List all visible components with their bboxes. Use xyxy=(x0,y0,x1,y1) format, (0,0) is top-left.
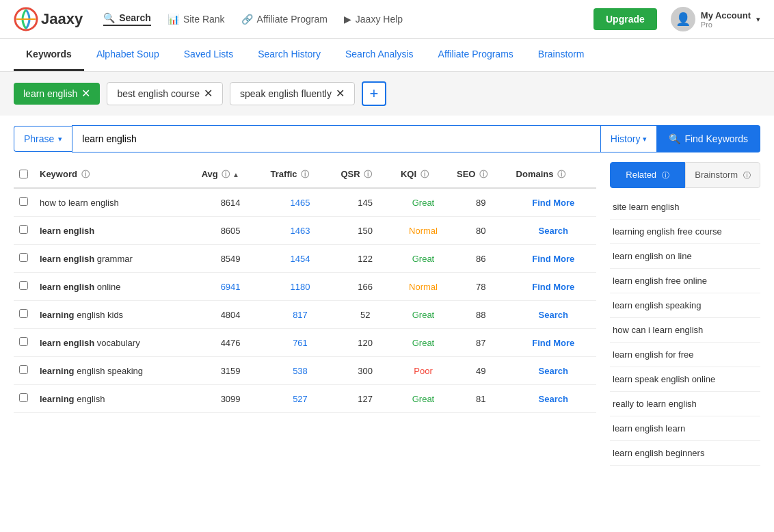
kqi-info-icon[interactable]: ⓘ xyxy=(421,170,429,179)
tab-keywords[interactable]: Keywords xyxy=(14,39,84,71)
related-item-5[interactable]: how can i learn english xyxy=(610,318,760,343)
keyword-bold-4: learning xyxy=(40,310,75,320)
checkbox-0[interactable] xyxy=(19,197,28,206)
related-item-7[interactable]: learn speak english online xyxy=(610,367,760,392)
avg-sort-icon[interactable]: ▲ xyxy=(232,171,239,178)
qsr-info-icon[interactable]: ⓘ xyxy=(364,170,372,179)
tag-close-3[interactable]: ✕ xyxy=(336,88,345,99)
tab-search-analysis[interactable]: Search Analysis xyxy=(333,39,426,71)
domain-link-2[interactable]: Find More xyxy=(532,254,574,264)
search-tags-area: learn english ✕ best english course ✕ sp… xyxy=(0,72,774,116)
related-item-9[interactable]: learn english learn xyxy=(610,416,760,441)
domains-info-icon[interactable]: ⓘ xyxy=(557,170,565,179)
phrase-chevron-icon: ▾ xyxy=(58,135,62,144)
domain-link-1[interactable]: Search xyxy=(539,226,568,236)
domain-link-4[interactable]: Search xyxy=(539,310,568,320)
tab-affiliate-programs[interactable]: Affiliate Programs xyxy=(426,39,526,71)
related-item-10[interactable]: learn english beginners xyxy=(610,441,760,466)
cell-qsr-4: 52 xyxy=(335,301,395,329)
phrase-dropdown[interactable]: Phrase ▾ xyxy=(14,126,72,152)
account-name: My Account xyxy=(701,10,751,21)
brainstorm-info-icon[interactable]: ⓘ xyxy=(743,171,751,179)
panel-tabs: Related ⓘ Brainstorm ⓘ xyxy=(610,162,760,188)
traffic-info-icon[interactable]: ⓘ xyxy=(301,170,309,179)
domain-link-5[interactable]: Find More xyxy=(532,338,574,348)
tab-brainstorm[interactable]: Brainstorm xyxy=(526,39,597,71)
related-item-1[interactable]: learning english free course xyxy=(610,220,760,244)
account-area[interactable]: 👤 My Account Pro ▾ xyxy=(671,7,760,31)
panel-tab-brainstorm[interactable]: Brainstorm ⓘ xyxy=(685,162,760,188)
keyword-normal-3: online xyxy=(94,282,120,292)
cell-kqi-4: Great xyxy=(395,301,451,329)
table-row: learn english online69411180166Normal78F… xyxy=(14,273,596,301)
table-row: how to learn english86141465145Great89Fi… xyxy=(14,188,596,217)
cell-seo-2: 86 xyxy=(451,245,511,273)
table-area: Keyword ⓘ Avg ⓘ ▲ Traffic ⓘ QSR ⓘ xyxy=(14,162,596,466)
cell-domain-6: Search xyxy=(511,357,596,385)
cell-qsr-0: 145 xyxy=(335,188,395,217)
search-tag-1[interactable]: learn english ✕ xyxy=(14,83,100,105)
checkbox-3[interactable] xyxy=(19,281,28,290)
checkbox-7[interactable] xyxy=(19,393,28,402)
cell-kqi-0: Great xyxy=(395,188,451,217)
cell-seo-5: 87 xyxy=(451,329,511,357)
search-find-icon: 🔍 xyxy=(669,133,680,144)
search-tag-2[interactable]: best english course ✕ xyxy=(107,82,223,105)
checkbox-4[interactable] xyxy=(19,309,28,318)
checkbox-2[interactable] xyxy=(19,253,28,262)
related-item-4[interactable]: learn english speaking xyxy=(610,293,760,318)
cell-kqi-3: Normal xyxy=(395,273,451,301)
nav-search[interactable]: 🔍 Search xyxy=(103,12,151,26)
domain-link-7[interactable]: Search xyxy=(539,394,568,404)
nav-help[interactable]: ▶ Jaaxy Help xyxy=(344,14,403,25)
panel-tab-related[interactable]: Related ⓘ xyxy=(610,162,685,188)
seo-info-icon[interactable]: ⓘ xyxy=(479,170,488,179)
search-icon: 🔍 xyxy=(103,12,115,23)
cell-keyword-7: learning english xyxy=(34,385,196,413)
keyword-info-icon[interactable]: ⓘ xyxy=(81,170,90,179)
tab-search-history[interactable]: Search History xyxy=(245,39,333,71)
col-header-qsr: QSR ⓘ xyxy=(335,162,395,188)
keyword-bold-6: learning xyxy=(40,366,75,376)
domain-link-0[interactable]: Find More xyxy=(532,198,574,208)
cell-avg-3: 6941 xyxy=(196,273,265,301)
checkbox-1[interactable] xyxy=(19,225,28,234)
history-button[interactable]: History ▾ xyxy=(600,125,657,152)
keyword-normal-2: grammar xyxy=(94,254,133,264)
domain-link-3[interactable]: Find More xyxy=(532,282,574,292)
related-item-6[interactable]: learn english for free xyxy=(610,343,760,367)
checkbox-6[interactable] xyxy=(19,365,28,374)
related-item-3[interactable]: learn english free online xyxy=(610,269,760,293)
keyword-bold-3: learn english xyxy=(40,282,94,292)
checkbox-5[interactable] xyxy=(19,337,28,346)
cell-domain-0: Find More xyxy=(511,188,596,217)
tab-saved-lists[interactable]: Saved Lists xyxy=(172,39,245,71)
related-item-2[interactable]: learn english on line xyxy=(610,244,760,269)
domain-link-6[interactable]: Search xyxy=(539,366,568,376)
account-level: Pro xyxy=(701,21,751,29)
tag-close-2[interactable]: ✕ xyxy=(204,88,213,99)
cell-kqi-6: Poor xyxy=(395,357,451,385)
nav-affiliate[interactable]: 🔗 Affiliate Program xyxy=(241,14,328,25)
avg-info-icon[interactable]: ⓘ xyxy=(222,170,230,179)
cell-seo-3: 78 xyxy=(451,273,511,301)
nav-site-rank[interactable]: 📊 Site Rank xyxy=(168,14,225,25)
logo[interactable]: Jaaxy xyxy=(14,7,83,31)
search-input[interactable] xyxy=(72,125,600,152)
find-keywords-button[interactable]: 🔍 Find Keywords xyxy=(656,125,760,152)
cell-traffic-6: 538 xyxy=(265,357,336,385)
row-checkbox-2 xyxy=(14,245,34,273)
cell-avg-0: 8614 xyxy=(196,188,265,217)
related-item-0[interactable]: site learn english xyxy=(610,195,760,220)
tag-close-1[interactable]: ✕ xyxy=(81,88,90,99)
keyword-normal-0: how to learn english xyxy=(40,198,119,208)
search-tag-3[interactable]: speak english fluently ✕ xyxy=(230,82,355,105)
upgrade-button[interactable]: Upgrade xyxy=(593,8,657,30)
avatar: 👤 xyxy=(671,7,695,31)
tab-alphabet-soup[interactable]: Alphabet Soup xyxy=(84,39,172,71)
select-all-checkbox[interactable] xyxy=(19,170,28,178)
related-item-8[interactable]: really to learn english xyxy=(610,392,760,416)
related-info-icon[interactable]: ⓘ xyxy=(662,171,669,179)
add-tag-button[interactable]: + xyxy=(362,81,386,106)
cell-keyword-0: how to learn english xyxy=(34,188,196,217)
